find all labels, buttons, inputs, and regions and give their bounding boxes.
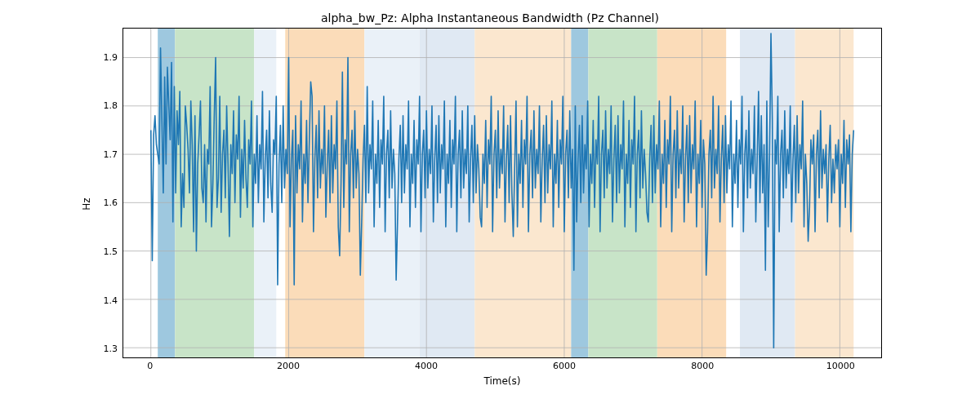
x-tick-label: 0 xyxy=(147,361,153,371)
x-axis-label: Time(s) xyxy=(122,375,882,387)
figure: alpha_bw_Pz: Alpha Instantaneous Bandwid… xyxy=(0,0,980,408)
y-tick-label: 1.9 xyxy=(87,51,118,62)
x-tick-label: 6000 xyxy=(553,361,576,371)
chart-title: alpha_bw_Pz: Alpha Instantaneous Bandwid… xyxy=(0,11,980,24)
y-tick-label: 1.3 xyxy=(87,344,118,354)
background-band xyxy=(364,29,419,357)
x-tick-label: 4000 xyxy=(415,361,438,371)
background-band xyxy=(588,29,657,357)
x-tick-label: 8000 xyxy=(691,361,714,371)
plot-area xyxy=(122,28,882,358)
y-tick-label: 1.7 xyxy=(87,149,118,159)
background-band xyxy=(657,29,726,357)
y-tick-label: 1.6 xyxy=(87,197,118,208)
x-tick-label: 2000 xyxy=(277,361,300,371)
plot-svg xyxy=(123,29,881,357)
y-tick-label: 1.4 xyxy=(87,295,118,305)
x-tick-label: 10000 xyxy=(826,361,855,371)
y-tick-label: 1.5 xyxy=(87,246,118,256)
background-band xyxy=(420,29,474,357)
background-band xyxy=(571,29,588,357)
y-tick-label: 1.8 xyxy=(87,100,118,111)
